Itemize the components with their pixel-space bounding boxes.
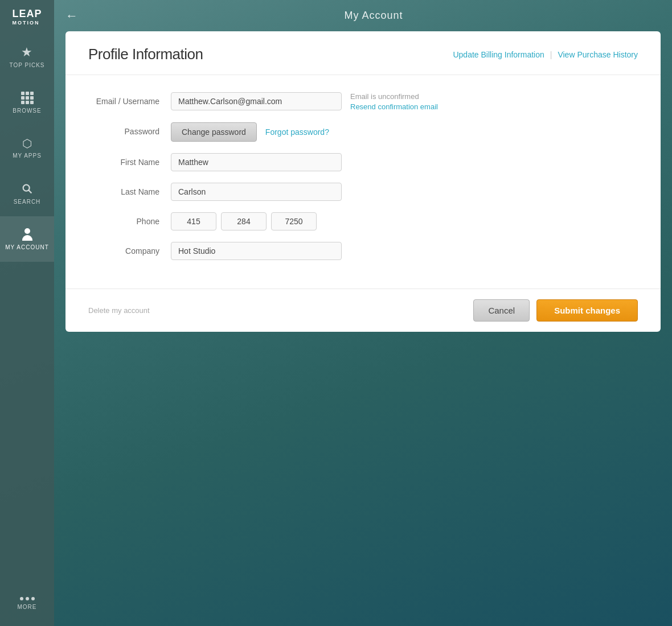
app-logo: LEAP MOTION [0,0,54,34]
company-field[interactable] [171,242,342,260]
svg-line-1 [28,190,31,193]
email-info: Email is unconfirmed Resend confirmation… [350,92,438,111]
submit-changes-button[interactable]: Submit changes [536,299,638,322]
card-footer: Delete my account Cancel Submit changes [65,289,661,332]
topbar: ← My Account [54,0,672,31]
change-password-button[interactable]: Change password [171,122,257,142]
person-icon [22,228,32,241]
page-title: My Account [87,10,661,22]
view-history-link[interactable]: View Purchase History [558,50,638,59]
star-icon: ★ [21,46,33,59]
company-row: Company [88,242,638,260]
sidebar-item-top-picks[interactable]: ★ TOP PICKS [0,34,54,80]
delete-account-link[interactable]: Delete my account [88,306,150,315]
card-header: Profile Information Update Billing Infor… [65,31,661,75]
sidebar-item-browse[interactable]: BROWSE [0,80,54,125]
footer-buttons: Cancel Submit changes [473,299,638,322]
forgot-password-link[interactable]: Forgot password? [265,127,329,137]
search-icon [21,183,34,195]
password-controls: Change password Forgot password? [171,122,329,142]
last-name-label: Last Name [88,183,171,196]
sidebar-item-label: BROWSE [13,108,41,114]
phone-area-field[interactable] [171,212,216,230]
cancel-button[interactable]: Cancel [473,299,530,322]
back-button[interactable]: ← [65,10,78,22]
main-area: ← My Account Profile Information Update … [54,0,672,626]
email-field[interactable] [171,92,342,110]
dots-icon [20,597,35,600]
email-unconfirmed-text: Email is unconfirmed [350,92,438,101]
bottom-overlay [54,343,672,626]
box-icon: ⬡ [22,138,32,149]
sidebar-item-my-account[interactable]: MY ACCOUNT [0,216,54,262]
sidebar-item-label: MY APPS [13,153,42,159]
profile-card-wrapper: Profile Information Update Billing Infor… [54,31,672,343]
sidebar-item-label: MORE [18,604,37,610]
sidebar-item-label: MY ACCOUNT [5,244,49,250]
company-label: Company [88,242,171,256]
last-name-field[interactable] [171,183,342,201]
logo-motion: MOTION [12,20,42,26]
password-label: Password [88,122,171,136]
card-body: Email / Username Email is unconfirmed Re… [65,75,661,289]
phone-inputs [171,212,317,230]
update-billing-link[interactable]: Update Billing Information [453,50,544,59]
first-name-field[interactable] [171,153,342,171]
first-name-row: First Name [88,153,638,171]
sidebar-item-search[interactable]: SEARCH [0,171,54,216]
first-name-label: First Name [88,153,171,167]
phone-prefix-field[interactable] [221,212,267,230]
last-name-row: Last Name [88,183,638,201]
phone-row: Phone [88,212,638,230]
sidebar-item-label: TOP PICKS [10,62,45,68]
link-separator: | [550,50,552,59]
phone-suffix-field[interactable] [271,212,317,230]
sidebar-item-label: SEARCH [14,199,41,205]
email-row: Email / Username Email is unconfirmed Re… [88,92,638,111]
sidebar-item-more[interactable]: MORE [0,580,54,626]
password-row: Password Change password Forgot password… [88,122,638,142]
card-header-links: Update Billing Information | View Purcha… [453,50,638,59]
resend-confirmation-link[interactable]: Resend confirmation email [350,102,438,111]
svg-point-0 [23,184,29,191]
email-label: Email / Username [88,92,171,106]
card-title: Profile Information [88,46,203,63]
profile-card: Profile Information Update Billing Infor… [65,31,661,332]
phone-label: Phone [88,212,171,226]
sidebar-item-my-apps[interactable]: ⬡ MY APPS [0,125,54,171]
sidebar: LEAP MOTION ★ TOP PICKS BROWSE ⬡ MY APPS… [0,0,54,626]
grid-icon [21,92,34,104]
logo-leap: LEAP [12,8,42,20]
sidebar-bottom: MORE [0,580,54,626]
